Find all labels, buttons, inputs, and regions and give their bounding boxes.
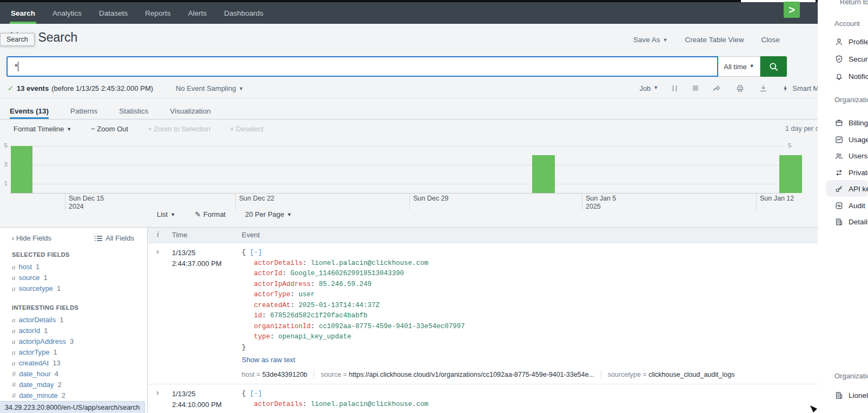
field-item-date_mday[interactable]: #date_mday2 (12, 379, 78, 390)
tab-visualization[interactable]: Visualization (170, 103, 211, 119)
json-key[interactable]: actorDetails (254, 401, 303, 408)
panel-item-audit[interactable]: Audit (834, 199, 865, 211)
close-button[interactable]: Close (761, 36, 780, 44)
panel-item-label: Lionel (849, 391, 868, 399)
panel-item-usage[interactable]: Usage (834, 134, 868, 145)
json-value[interactable]: lionel.palacin@clickhouse.com (311, 259, 429, 267)
panel-item-private[interactable]: Private (834, 166, 868, 178)
field-item-actorType[interactable]: aactorType1 (12, 347, 78, 358)
json-key[interactable]: actorId (254, 270, 283, 277)
event-field-sourcetype[interactable]: sourcetype = clickhouse_cloud_audit_logs (608, 371, 735, 378)
field-item-source[interactable]: asource1 (12, 272, 70, 283)
json-value[interactable]: 85.246.59.249 (319, 281, 372, 288)
event-field-source[interactable]: source = https://api.clickhouse.cloud/v1… (321, 371, 594, 378)
event-field-value: https://api.clickhouse.cloud/v1/organiza… (349, 371, 594, 378)
tab-events[interactable]: Events (13) (10, 103, 49, 119)
field-item-date_hour[interactable]: #date_hour4 (12, 369, 78, 379)
json-value[interactable]: user (299, 291, 315, 298)
job-menu[interactable]: Job▼ (639, 84, 658, 92)
hide-fields-button[interactable]: ‹ Hide Fields (12, 234, 51, 242)
stop-icon[interactable] (693, 85, 698, 91)
nav-item-analytics[interactable]: Analytics (51, 2, 83, 24)
json-key[interactable]: id (254, 312, 262, 319)
field-count: 1 (36, 263, 39, 271)
nav-item-dashboards[interactable]: Dashboards (223, 2, 264, 24)
nav-item-search[interactable]: Search (10, 2, 36, 24)
panel-item-billing[interactable]: Billing (834, 117, 868, 129)
json-key[interactable]: createdAt (254, 302, 291, 309)
field-name: date_mday (19, 381, 54, 389)
panel-item-api-keys[interactable]: API keys (834, 183, 868, 195)
field-item-sourcetype[interactable]: asourcetype1 (12, 283, 70, 294)
json-value[interactable]: openapi_key_update (279, 333, 352, 341)
nav-item-reports[interactable]: Reports (144, 2, 171, 24)
search-button[interactable] (760, 56, 787, 77)
panel-item-profile[interactable]: Profile (834, 36, 868, 48)
panel-item-label: Security (849, 55, 868, 63)
format-button[interactable]: ✎Format (195, 210, 226, 218)
json-key[interactable]: actorDetails (254, 259, 303, 267)
time-range-picker[interactable]: All time▼ (718, 56, 760, 77)
expand-row-icon[interactable]: › (156, 247, 159, 256)
panel-item-label: Audit (849, 202, 865, 210)
nav-item-datasets[interactable]: Datasets (98, 2, 129, 24)
timeline-format-timeline[interactable]: Format Timeline▼ (14, 125, 71, 133)
field-item-date_minute[interactable]: #date_minute2 (12, 390, 78, 401)
json-value[interactable]: Google_114602629918513043390 (290, 270, 404, 277)
field-item-createdAt[interactable]: acreatedAt13 (12, 358, 78, 369)
panel-item-users[interactable]: Users (834, 150, 867, 162)
collapse-json-link[interactable]: [-] (250, 249, 262, 256)
expand-row-icon[interactable]: › (156, 388, 159, 397)
field-item-actorId[interactable]: aactorId1 (12, 325, 78, 336)
export-icon[interactable] (759, 84, 768, 93)
panel-item-label: Details (849, 218, 868, 226)
return-link[interactable]: Return to (840, 0, 868, 6)
key-icon (834, 184, 844, 194)
field-item-host[interactable]: ahost1 (12, 262, 70, 272)
json-key[interactable]: actorIpAddress (254, 281, 311, 288)
search-input[interactable]: * (6, 56, 718, 77)
list-toolbar: List▼ ✎Format 20 Per Page▼ (157, 210, 291, 218)
json-key[interactable]: organizationId (254, 323, 311, 330)
field-item-actorDetails[interactable]: aactorDetails1 (12, 315, 78, 325)
show-raw-text-link[interactable]: Show as raw text (242, 356, 812, 364)
collapse-json-link[interactable]: [-] (250, 390, 262, 397)
json-value[interactable]: lionel.palacin@clickhouse.com (311, 401, 429, 408)
list-type-dropdown[interactable]: List▼ (157, 210, 175, 218)
event-time: 1/13/252:44:37.000 PM (172, 248, 222, 269)
panel-item-details[interactable]: Details (834, 216, 868, 228)
column-header-time: Time (172, 231, 187, 239)
divider (601, 370, 601, 378)
json-key[interactable]: actorType (254, 291, 291, 298)
share-icon[interactable] (712, 84, 721, 93)
panel-item-security[interactable]: Security (834, 53, 868, 65)
histogram-bar[interactable] (11, 146, 32, 194)
events-timeline-chart[interactable]: 113355Sun Dec 152024Sun Dec 22Sun Dec 29… (0, 138, 818, 211)
panel-item-lionel[interactable]: Lionel (834, 389, 868, 401)
event-field-label: host = (242, 371, 262, 378)
create-table-view-button[interactable]: Create Table View (685, 36, 744, 44)
nav-item-alerts[interactable]: Alerts (187, 2, 208, 24)
panel-item-label: Notifications (849, 72, 868, 81)
event-sampling-dropdown[interactable]: No Event Sampling▼ (176, 84, 243, 92)
histogram-bar[interactable] (532, 155, 555, 193)
per-page-dropdown[interactable]: 20 Per Page▼ (245, 210, 291, 218)
json-value[interactable]: 2025-01-13T14:44:37Z (299, 302, 380, 309)
field-item-actorIpAddress[interactable]: aactorIpAddress3 (12, 336, 78, 347)
event-field-host[interactable]: host = 53de4339120b (242, 371, 307, 378)
json-value[interactable]: 678526d582c1f20fac4babfb (270, 312, 368, 319)
json-key[interactable]: type (254, 333, 270, 341)
splunk-logo-icon[interactable]: > (784, 2, 800, 18)
tab-statistics[interactable]: Statistics (119, 103, 148, 119)
y-axis-tick-label: 5 (788, 142, 791, 149)
save-as-button[interactable]: Save As▼ (633, 36, 667, 44)
timeline-zoom-out[interactable]: − Zoom Out (91, 125, 128, 133)
field-name: date_hour (19, 370, 51, 378)
tab-patterns[interactable]: Patterns (70, 103, 97, 119)
all-fields-button[interactable]: All Fields (95, 234, 134, 242)
json-value[interactable]: cc1092aa-8775-459e-9401-33e54ec07997 (319, 323, 465, 330)
pause-icon[interactable] (672, 85, 679, 91)
print-icon[interactable] (736, 84, 745, 93)
histogram-bar[interactable] (779, 155, 802, 193)
panel-item-notifications[interactable]: Notifications (834, 70, 868, 82)
